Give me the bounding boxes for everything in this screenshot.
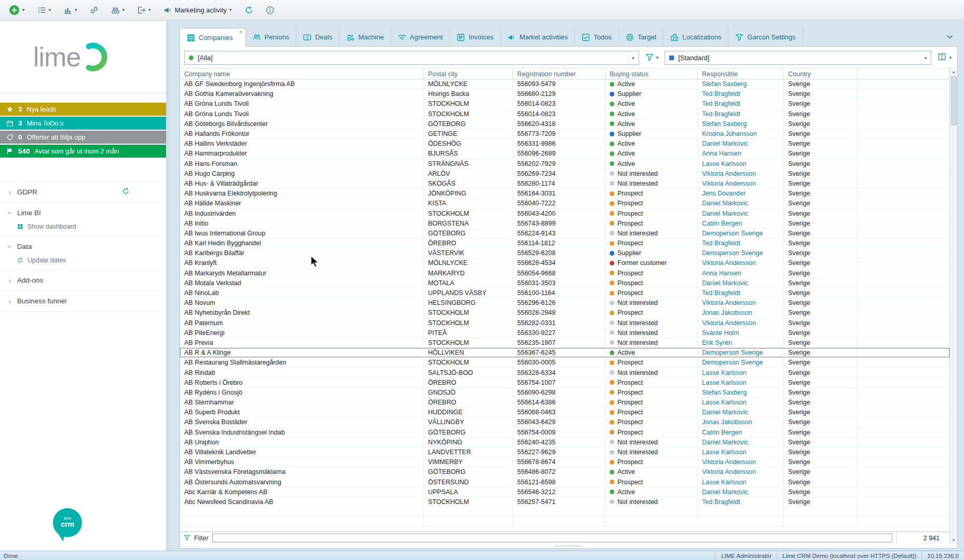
table-row[interactable]: AB Nyhetsbyrån DirektSTOCKHOLM556028-294…: [180, 308, 949, 318]
cell-responsible[interactable]: Lasse Karlsson: [698, 398, 784, 407]
cell-responsible[interactable]: Daniel Markovic: [698, 278, 784, 288]
cell-responsible[interactable]: Viktoria Andersson: [698, 298, 784, 307]
cell-responsible[interactable]: Ted Bragfeldt: [698, 109, 784, 119]
scrollbar-thumb[interactable]: [951, 76, 957, 125]
view-filter-dropdown[interactable]: [Alla] ▾: [184, 51, 639, 65]
cell-responsible[interactable]: Jonas Jakobsson: [698, 417, 784, 427]
sidebar-item-update-dates[interactable]: Update dates: [0, 257, 166, 270]
cell-responsible[interactable]: Daniel Markovic: [698, 139, 784, 148]
tab-persons[interactable]: Persons: [246, 28, 297, 46]
table-row[interactable]: AB Hallins VerkstäderÖDESHÖG556331-9986A…: [180, 139, 949, 149]
cell-responsible[interactable]: Lasse Karlsson: [698, 478, 784, 487]
cell-responsible[interactable]: Jonas Jakobsson: [698, 308, 784, 317]
cell-responsible[interactable]: Demoperson Sverige: [698, 358, 784, 367]
cell-responsible[interactable]: Viktoria Andersson: [698, 457, 784, 467]
cell-responsible[interactable]: Demoperson Sverige: [698, 248, 784, 258]
table-row[interactable]: AB Markaryds MetallarmaturMARKARYD556054…: [180, 269, 949, 278]
table-row[interactable]: AB Hugo CarpingARLÖV556269-7234Not inter…: [180, 169, 949, 179]
table-row[interactable]: AB Motala VerkstadMOTALA556031-3503Prosp…: [180, 278, 949, 288]
table-row[interactable]: AB Västsvenska FöretagsmäklarnaGÖTEBORG5…: [180, 467, 949, 477]
tab-overflow-chevron-icon[interactable]: [942, 35, 958, 39]
cell-responsible[interactable]: Lasse Karlsson: [698, 368, 784, 377]
tab-deals[interactable]: $Deals: [296, 28, 339, 46]
list-view-button[interactable]: ▾: [33, 4, 56, 17]
table-row[interactable]: AB Huskvarna ElektrolytpoleringJÖNKÖPING…: [180, 189, 949, 199]
sidebar-section-lime-bi[interactable]: ›Lime BI: [0, 203, 166, 223]
info-button[interactable]: [261, 4, 279, 17]
table-row[interactable]: AB Göteborgs BilvårdscenterGÖTEBORG55662…: [180, 119, 949, 129]
table-row[interactable]: AB VimmerbyhusVIMMERBY556678-8674Prospec…: [180, 457, 949, 467]
table-row[interactable]: AB R & A KlingeHÖLLVIKEN556367-6245Activ…: [180, 348, 949, 358]
cell-responsible[interactable]: Daniel Markovic: [698, 199, 784, 208]
notification-offerter-att-f-lja-upp[interactable]: 0Offerter att följa upp: [0, 131, 166, 144]
cell-responsible[interactable]: Viktoria Andersson: [698, 467, 784, 477]
table-row[interactable]: Abc Karriär & Kompetens ABUPPSALA556546-…: [180, 487, 949, 497]
table-row[interactable]: AB InitioBORGSTENA556743-8899ProspectCat…: [180, 219, 949, 229]
tab-garcon-settings[interactable]: Garcon Settings: [728, 28, 803, 46]
refresh-button[interactable]: [240, 4, 258, 17]
sidebar-item-show-dashboard[interactable]: Show dashboard: [0, 223, 166, 236]
sidebar-section-gdpr[interactable]: ›GDPR: [0, 182, 166, 202]
cell-responsible[interactable]: Viktoria Andersson: [698, 318, 784, 328]
statistics-button[interactable]: ▾: [59, 4, 82, 17]
cell-responsible[interactable]: Viktoria Andersson: [698, 258, 784, 268]
marketing-activity-button[interactable]: Marketing activity▾: [159, 4, 237, 17]
columns-button[interactable]: ▾: [936, 52, 953, 63]
cell-responsible[interactable]: Anna Hansen: [698, 269, 784, 278]
table-row[interactable]: AB Villateknik LandvetterLANDVETTER55622…: [180, 447, 949, 457]
table-row[interactable]: AB PiteEnergiPITEÅ556330-9227Not interes…: [180, 328, 949, 338]
table-row[interactable]: AB Hans ForsmanSTRÄNGNÄS556202-7929Activ…: [180, 159, 949, 169]
column-header-country[interactable]: Country: [784, 68, 858, 79]
cell-responsible[interactable]: Daniel Markovic: [698, 208, 784, 218]
cell-responsible[interactable]: Demoperson Sverige: [698, 229, 784, 238]
table-row[interactable]: AB Östersunds AutomatsvarvningÖSTERSUND5…: [180, 478, 949, 487]
cell-responsible[interactable]: Jens Dovander: [698, 189, 784, 198]
cell-responsible[interactable]: Daniel Markovic: [698, 408, 784, 417]
cell-responsible[interactable]: Stefan Saxberg: [698, 79, 784, 89]
table-row[interactable]: AB Hus- & VillaträdgårdarSKOGÅS556280-11…: [180, 179, 949, 189]
table-row[interactable]: AB Superb ProduktHUDDINGE556068-0463Pros…: [180, 408, 949, 417]
section-refresh-button[interactable]: [122, 187, 130, 197]
tab-agreement[interactable]: Agreement: [391, 28, 450, 46]
tab-companies[interactable]: Companies×: [180, 28, 246, 47]
table-row[interactable]: AB Svenska BostäderVÄLLINGBY556043-6429P…: [180, 417, 949, 427]
close-icon[interactable]: ×: [239, 29, 243, 35]
scroll-down-icon[interactable]: ▼: [950, 536, 957, 544]
table-row[interactable]: AB GF Swedenborg Ingenjörsfirma ABMÖLNLY…: [180, 79, 949, 89]
cell-responsible[interactable]: Anna Hansen: [698, 149, 784, 158]
table-row[interactable]: AB Roberts i ÖrebroÖREBRO556754-1007Pros…: [180, 378, 949, 388]
cell-responsible[interactable]: Catrin Bergen: [698, 428, 784, 437]
layout-filter-dropdown[interactable]: [Standard] ▾: [665, 51, 931, 65]
column-header-postal-city[interactable]: Postal city: [424, 68, 513, 79]
cell-responsible[interactable]: Lasse Karlsson: [698, 159, 784, 169]
cell-responsible[interactable]: Kristina Johansson: [698, 129, 784, 138]
cell-responsible[interactable]: Lasse Karlsson: [698, 378, 784, 387]
table-row[interactable]: AB Iwus International GroupGÖTEBORG55622…: [180, 229, 949, 239]
cell-responsible[interactable]: Demoperson Sverige: [698, 348, 784, 357]
sidebar-section-add-ons[interactable]: ›Add-ons: [0, 270, 166, 290]
table-row[interactable]: AB KranlyftMÖLNLYCKE556628-4534Former cu…: [180, 258, 949, 268]
table-row[interactable]: AB SternhammarÖREBRO556614-6386ProspectL…: [180, 398, 949, 408]
table-row[interactable]: AB UniphonNYKÖPING556240-4235Not interes…: [180, 438, 949, 447]
notification-avtal-som-g-r-ut-inom-2-m-n[interactable]: 540Avtal som går ut inom 2 mån: [0, 145, 166, 158]
table-row[interactable]: AB NinoLabUPPLANDS VÄSBY556100-1164Prosp…: [180, 288, 949, 298]
filter-button[interactable]: ▾: [644, 53, 660, 63]
cell-responsible[interactable]: Svante Holm: [698, 328, 784, 338]
add-button[interactable]: ▾: [4, 3, 30, 18]
cell-responsible[interactable]: Ted Bragfeldt: [698, 89, 784, 99]
column-header-company-name[interactable]: Company name: [180, 68, 424, 79]
notification-nya-leads[interactable]: 3Nya leads: [0, 103, 166, 116]
tab-todos[interactable]: Todos: [575, 28, 619, 46]
table-row[interactable]: AB HammarprodukterBJURSÅS556096-2689Acti…: [180, 149, 949, 159]
cell-responsible[interactable]: Viktoria Andersson: [698, 169, 784, 178]
sidebar-section-business-funnel[interactable]: ›Business funnel: [0, 291, 166, 311]
table-row[interactable]: AB Rydéns i GnosjöGNOSJÖ556090-6298Prosp…: [180, 388, 949, 398]
table-row[interactable]: AB Karlbergs BilaffärVÄSTERVIK556529-620…: [180, 248, 949, 258]
table-row[interactable]: AB Restaurang StallmästaregårdenSTOCKHOL…: [180, 358, 949, 368]
table-row[interactable]: AB Gröna Lunds TivoliSTOCKHOLM556014-082…: [180, 99, 949, 109]
cell-responsible[interactable]: Daniel Markovic: [698, 438, 784, 447]
cell-responsible[interactable]: Ted Bragfeldt: [698, 497, 784, 507]
column-header-responsible[interactable]: Responsible: [698, 68, 784, 79]
cell-responsible[interactable]: Stefan Saxberg: [698, 119, 784, 129]
tab-localizations[interactable]: Localizations: [664, 28, 728, 46]
